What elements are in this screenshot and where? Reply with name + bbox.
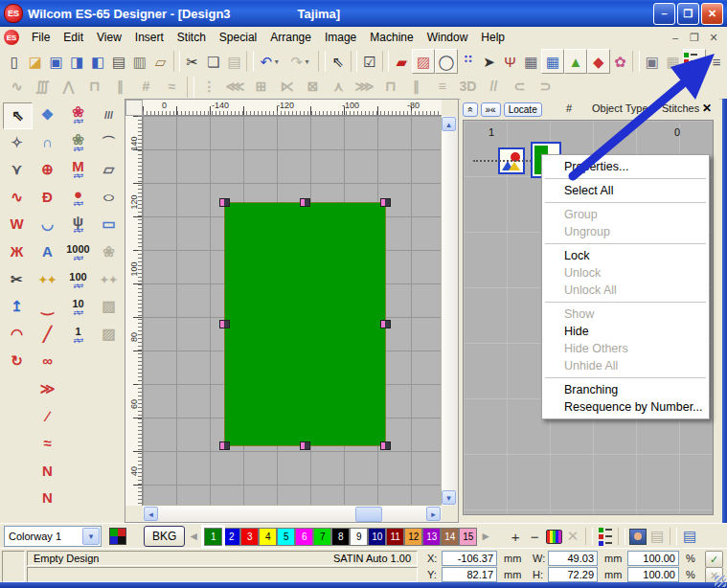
remove-color-button[interactable]: −: [525, 527, 544, 546]
curve-nodes-tool[interactable]: ‿: [34, 294, 61, 319]
resize-handle-s[interactable]: [300, 441, 310, 450]
show-background-icon[interactable]: ▲: [564, 49, 587, 74]
value-10-tool[interactable]: 10⇄⇄: [64, 294, 92, 319]
mdi-close-button[interactable]: ✕: [706, 31, 721, 45]
thread-colors-icon[interactable]: [544, 527, 563, 546]
locate-button[interactable]: Locate: [504, 102, 542, 117]
lettering-tool[interactable]: A: [34, 239, 61, 264]
canvas-grid[interactable]: [143, 116, 442, 506]
value-1-tool[interactable]: 1⇄⇄: [64, 322, 92, 347]
w-field[interactable]: 49.03: [548, 551, 598, 566]
scale-y-field[interactable]: 100.00: [627, 567, 679, 582]
run-line-tool[interactable]: ╱: [34, 322, 61, 347]
menu-insert[interactable]: Insert: [128, 29, 170, 46]
cut-zigzag-tool[interactable]: Ж: [3, 239, 31, 264]
wreath-tool[interactable]: ❀⇄⇄: [64, 102, 92, 127]
picture-frame-icon[interactable]: ▣: [642, 50, 663, 73]
dropdown-arrow-icon[interactable]: ▾: [305, 57, 314, 66]
single-run-tool[interactable]: ∕: [34, 404, 61, 429]
rotate-ellipse-tool[interactable]: ↻: [3, 349, 31, 373]
needle-penetration-icon[interactable]: Ψ: [500, 50, 521, 73]
resize-handle-nw[interactable]: [219, 198, 230, 207]
polygon-select-tool[interactable]: ✧: [3, 130, 31, 155]
rectangle-tool[interactable]: ▭: [95, 212, 123, 237]
menu-window[interactable]: Window: [420, 29, 475, 46]
reshape-dome-tool[interactable]: ∩: [34, 130, 61, 155]
color-object-list-icon[interactable]: [683, 49, 706, 74]
horizontal-scrollbar[interactable]: ◂ ▸: [143, 505, 442, 522]
y-field[interactable]: 82.17: [442, 567, 497, 582]
fork-spacing-tool[interactable]: ψ⇄⇄: [64, 212, 92, 237]
print-icon[interactable]: ▤: [108, 50, 129, 73]
outline-n-tool[interactable]: N: [34, 459, 61, 484]
value-1000-tool[interactable]: 1000⇄⇄: [64, 239, 92, 264]
satin-sample-icon[interactable]: ▰: [391, 50, 412, 73]
needle-up-tool[interactable]: ↥: [3, 294, 31, 319]
panel-collapse-button[interactable]: »: [463, 102, 478, 117]
palette-scroll-right-icon[interactable]: ►: [480, 530, 491, 543]
select-reshape-icon[interactable]: ⇖: [328, 50, 349, 73]
menu-help[interactable]: Help: [474, 29, 511, 46]
show-objects-icon[interactable]: ◆: [587, 49, 610, 74]
context-item-branching[interactable]: Branching: [543, 381, 708, 398]
context-item-properties[interactable]: Properties...: [543, 158, 708, 175]
color-swatch-13[interactable]: 13: [422, 528, 441, 546]
document-logo-icon[interactable]: ES: [4, 30, 19, 45]
send-to-machine-icon[interactable]: ◧: [87, 50, 108, 73]
scan-icon[interactable]: ▱: [150, 50, 171, 73]
curve-angle-tool[interactable]: ⌒: [95, 130, 123, 155]
menu-machine[interactable]: Machine: [363, 29, 420, 46]
palette-scroll-left-icon[interactable]: ◄: [188, 530, 199, 543]
color-swatch-3[interactable]: 3: [240, 528, 259, 546]
restore-button[interactable]: ❐: [677, 3, 699, 25]
add-color-button[interactable]: +: [506, 527, 525, 546]
menu-edit[interactable]: Edit: [57, 29, 90, 46]
context-item-lock[interactable]: Lock: [543, 247, 708, 264]
copy-icon[interactable]: ❏: [203, 50, 224, 73]
print-preview-icon[interactable]: ▥: [129, 50, 150, 73]
outline-sample-icon[interactable]: ◯: [435, 49, 458, 74]
color-swatch-11[interactable]: 11: [386, 528, 404, 546]
digitize-tool[interactable]: Đ: [34, 185, 61, 210]
bean-spacing-tool[interactable]: ●⇄⇄: [64, 185, 92, 210]
menu-stitch[interactable]: Stitch: [170, 29, 213, 46]
mdi-minimize-button[interactable]: –: [668, 31, 683, 45]
fill-sample-icon[interactable]: ▨: [412, 49, 435, 74]
minimize-button[interactable]: –: [653, 3, 675, 25]
context-item-resequence-by-number[interactable]: Resequence by Number...: [543, 398, 708, 416]
color-swatch-2[interactable]: 2: [222, 528, 240, 546]
resize-handle-e[interactable]: [380, 320, 391, 328]
resize-handle-w[interactable]: [219, 320, 230, 328]
chevron-down-icon[interactable]: ▾: [82, 528, 100, 545]
color-swatch-15[interactable]: 15: [459, 528, 477, 546]
close-button[interactable]: ✕: [701, 3, 723, 25]
bkg-button[interactable]: BKG: [144, 526, 185, 547]
resize-grip[interactable]: [715, 576, 726, 587]
auto-apply-checkbox-icon[interactable]: ☑: [359, 50, 380, 73]
resize-handle-ne[interactable]: [380, 198, 391, 207]
color-swatch-6[interactable]: 6: [295, 528, 313, 546]
context-item-hide[interactable]: Hide: [543, 323, 708, 340]
resize-handle-n[interactable]: [300, 198, 310, 207]
chain-stitch-tool[interactable]: ∞: [34, 349, 61, 373]
scale-x-field[interactable]: 100.00: [627, 551, 679, 566]
bitmap-image-icon[interactable]: ✿: [610, 50, 631, 73]
color-swatch-9[interactable]: 9: [350, 528, 368, 546]
ellipse-tool[interactable]: ○: [95, 185, 123, 210]
undo-icon[interactable]: ↶▾: [256, 50, 277, 73]
color-object-list-small-icon[interactable]: [596, 527, 615, 546]
menu-special[interactable]: Special: [213, 29, 263, 46]
color-swatch-4[interactable]: 4: [259, 528, 277, 546]
value-100-tool[interactable]: 100⇄⇄: [64, 267, 92, 292]
color-swatch-12[interactable]: 12: [404, 528, 422, 546]
design-notes-button[interactable]: ▤: [680, 527, 699, 546]
menu-file[interactable]: File: [25, 29, 57, 46]
color-swatch-1[interactable]: 1: [204, 528, 222, 546]
sequence-arrows-tool[interactable]: ≫: [34, 376, 61, 401]
color-swatch-5[interactable]: 5: [277, 528, 295, 546]
colorway-grid-icon[interactable]: [109, 528, 126, 545]
color-swatch-7[interactable]: 7: [313, 528, 331, 546]
color-swatch-8[interactable]: 8: [331, 528, 350, 546]
color-swatch-14[interactable]: 14: [441, 528, 459, 546]
zigzag-stitch-tool[interactable]: ≈: [34, 431, 61, 456]
